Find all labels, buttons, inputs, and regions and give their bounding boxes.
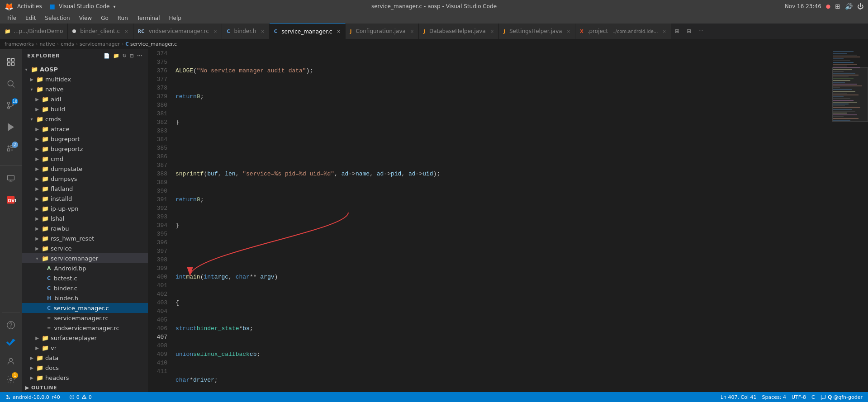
breadcrumb-part[interactable]: native bbox=[39, 41, 55, 47]
tree-item-vr[interactable]: ▶ 📁 vr bbox=[22, 343, 148, 353]
collapse-icon[interactable]: ⊟ bbox=[130, 53, 134, 59]
menu-file[interactable]: File bbox=[4, 14, 20, 22]
tree-item-binder-c[interactable]: C binder.c bbox=[22, 283, 148, 293]
activity-run[interactable] bbox=[2, 118, 20, 136]
status-spaces[interactable]: Spaces: 4 bbox=[760, 394, 788, 400]
tab-settingshelper[interactable]: J SettingsHelper.java × bbox=[499, 24, 575, 39]
tree-item-ip-up-vpn[interactable]: ▶ 📁 ip-up-vpn bbox=[22, 203, 148, 213]
tab-close-icon[interactable]: × bbox=[410, 29, 414, 34]
activity-csdn[interactable]: DVD bbox=[2, 191, 20, 209]
breadcrumb-part[interactable]: frameworks bbox=[5, 41, 34, 47]
more-actions[interactable]: ··· bbox=[695, 24, 707, 39]
tab-binderh[interactable]: C binder.h × bbox=[222, 24, 270, 39]
tab-close-icon[interactable]: × bbox=[213, 29, 217, 34]
status-encoding[interactable]: UTF-8 bbox=[790, 394, 808, 400]
menu-view[interactable]: View bbox=[76, 14, 95, 22]
activity-remote[interactable] bbox=[2, 169, 20, 187]
tree-item-rss-hwm-reset[interactable]: ▶ 📁 rss_hwm_reset bbox=[22, 233, 148, 243]
code-container[interactable]: 374 375 376 377 378 379 380 381 382 383 … bbox=[148, 49, 868, 392]
vscode-icon[interactable]: ■ bbox=[49, 3, 55, 10]
tab-configurationjava[interactable]: J Configuration.java × bbox=[346, 24, 419, 39]
tab-close-icon[interactable]: × bbox=[261, 29, 264, 34]
tab-close-icon[interactable]: × bbox=[337, 29, 340, 34]
activity-search[interactable] bbox=[2, 75, 20, 93]
tree-item-installd[interactable]: ▶ 📁 installd bbox=[22, 194, 148, 203]
tab-project[interactable]: X .project ../com.android.ide... × bbox=[575, 24, 671, 39]
activity-help[interactable] bbox=[2, 316, 20, 334]
tab-overflow[interactable]: ⊞ bbox=[671, 24, 683, 39]
code-line-385: union selinux_callback cb; bbox=[175, 350, 827, 359]
layout-icon[interactable]: ⊞ bbox=[835, 3, 840, 10]
tree-item-docs[interactable]: ▶ 📁 docs bbox=[22, 363, 148, 373]
tab-close-icon[interactable]: × bbox=[124, 29, 128, 34]
tab-databasehelper[interactable]: J DatabaseHelper.java × bbox=[419, 24, 499, 39]
status-language[interactable]: C bbox=[810, 394, 817, 400]
status-branch[interactable]: android-10.0.0_r40 bbox=[4, 394, 62, 400]
tab-binderdemo[interactable]: 📁 ...p.../BinderDemo bbox=[0, 24, 68, 39]
dropdown-arrow[interactable]: ▾ bbox=[113, 4, 115, 9]
activity-sourcecontrol[interactable]: 18 bbox=[2, 96, 20, 114]
tree-item-android-bp[interactable]: A Android.bp bbox=[22, 263, 148, 273]
tab-vndservicemanager[interactable]: RC vndservicemanager.rc × bbox=[133, 24, 223, 39]
breadcrumb-part[interactable]: servicemanager bbox=[80, 41, 120, 47]
status-errors[interactable]: 0 0 bbox=[67, 394, 94, 400]
tab-close-icon[interactable]: × bbox=[567, 29, 570, 34]
tree-item-bctest[interactable]: C bctest.c bbox=[22, 273, 148, 283]
new-folder-icon[interactable]: 📁 bbox=[113, 53, 120, 59]
status-position[interactable]: Ln 407, Col 41 bbox=[719, 394, 759, 400]
more-options-icon[interactable]: ⋯ bbox=[137, 53, 142, 59]
tree-item-service-manager-c[interactable]: C service_manager.c bbox=[22, 303, 148, 313]
tree-item-dumpsys[interactable]: ▶ 📁 dumpsys bbox=[22, 174, 148, 184]
tree-item-rawbu[interactable]: ▶ 📁 rawbu bbox=[22, 223, 148, 233]
tree-item-cmds[interactable]: ▾ 📁 cmds bbox=[22, 114, 148, 124]
tree-item-vndservicemanager-rc[interactable]: ≡ vndservicemanager.rc bbox=[22, 323, 148, 333]
tab-icon: RC bbox=[138, 29, 145, 34]
tree-item-build[interactable]: ▶ 📁 build bbox=[22, 104, 148, 114]
tree-item-service[interactable]: ▶ 📁 service bbox=[22, 243, 148, 253]
tree-item-bugreportz[interactable]: ▶ 📁 bugreportz bbox=[22, 144, 148, 154]
tree-item-aidl[interactable]: ▶ 📁 aidl bbox=[22, 94, 148, 104]
menu-run[interactable]: Run bbox=[114, 14, 132, 22]
new-file-icon[interactable]: 📄 bbox=[104, 53, 110, 59]
tab-servicemanagerc[interactable]: C service_manager.c × bbox=[270, 24, 346, 39]
tab-binderclient[interactable]: binder_client.c × bbox=[68, 24, 133, 39]
tree-item-servicemanager[interactable]: ▾ 📁 servicemanager bbox=[22, 253, 148, 263]
breadcrumb-part[interactable]: cmds bbox=[61, 41, 74, 47]
tab-close-icon[interactable]: × bbox=[662, 29, 666, 34]
menu-go[interactable]: Go bbox=[97, 14, 112, 22]
minimap[interactable] bbox=[832, 49, 868, 392]
refresh-icon[interactable]: ↻ bbox=[123, 53, 127, 59]
tree-item-binder-h[interactable]: H binder.h bbox=[22, 293, 148, 303]
outline-section[interactable]: ▶ OUTLINE bbox=[22, 383, 148, 392]
menu-selection[interactable]: Selection bbox=[41, 14, 73, 22]
power-icon[interactable]: ⏻ bbox=[857, 3, 863, 10]
activity-extensions[interactable]: 2 bbox=[2, 140, 20, 158]
audio-icon[interactable]: 🔊 bbox=[845, 3, 853, 10]
tree-root-aosp[interactable]: ▾ 📁 AOSP bbox=[22, 64, 148, 74]
tree-item-servicemanager-rc[interactable]: ≡ servicemanager.rc bbox=[22, 313, 148, 323]
activity-explorer[interactable] bbox=[2, 53, 20, 71]
tree-item-atrace[interactable]: ▶ 📁 atrace bbox=[22, 124, 148, 134]
code-content[interactable]: ALOGE("No service manager audit data"); … bbox=[171, 49, 832, 392]
tree-item-surfacereplayer[interactable]: ▶ 📁 surfacereplayer bbox=[22, 333, 148, 343]
menu-terminal[interactable]: Terminal bbox=[133, 14, 164, 22]
tree-item-headers[interactable]: ▶ 📁 headers bbox=[22, 373, 148, 383]
tree-item-dumpstate[interactable]: ▶ 📁 dumpstate bbox=[22, 164, 148, 174]
split-editor[interactable]: ⊟ bbox=[683, 24, 695, 39]
activity-settings[interactable]: 1 bbox=[2, 370, 20, 388]
tree-item-data[interactable]: ▶ 📁 data bbox=[22, 353, 148, 363]
tree-item-native[interactable]: ▾ 📁 native bbox=[22, 84, 148, 94]
firefox-icon[interactable]: 🦊 bbox=[5, 2, 14, 11]
menu-help[interactable]: Help bbox=[166, 14, 185, 22]
menu-edit[interactable]: Edit bbox=[22, 14, 39, 22]
breadcrumb-file[interactable]: C service_manager.c bbox=[125, 41, 177, 47]
status-feedback[interactable]: 𝗤 @qfn-goder bbox=[819, 394, 864, 400]
activity-account[interactable] bbox=[2, 352, 20, 370]
tree-item-flatland[interactable]: ▶ 📁 flatland bbox=[22, 184, 148, 194]
activity-vscode[interactable] bbox=[2, 334, 20, 352]
tree-item-lshal[interactable]: ▶ 📁 lshal bbox=[22, 213, 148, 223]
tree-item-multidex[interactable]: ▶ 📁 multidex bbox=[22, 74, 148, 84]
tree-item-cmd[interactable]: ▶ 📁 cmd bbox=[22, 154, 148, 164]
tab-close-icon[interactable]: × bbox=[490, 29, 494, 34]
tree-item-bugreport[interactable]: ▶ 📁 bugreport bbox=[22, 134, 148, 144]
